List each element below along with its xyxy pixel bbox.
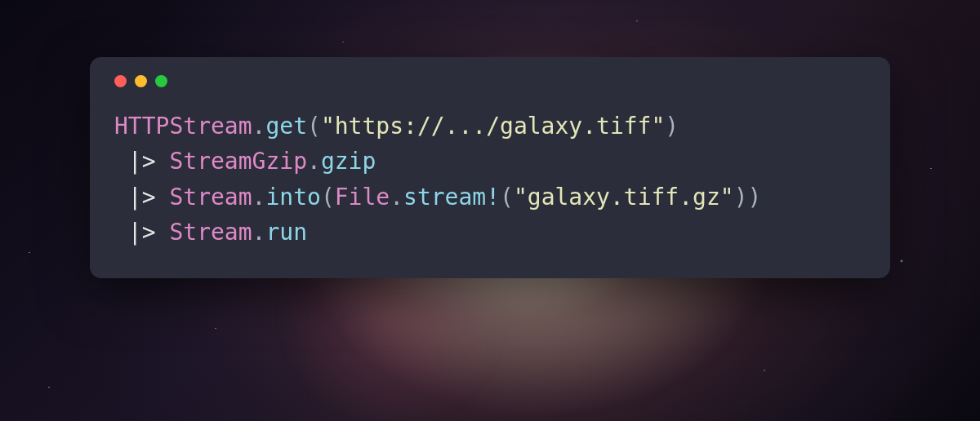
token-pipe: |> xyxy=(114,148,169,175)
token-module: Stream xyxy=(169,184,252,210)
token-pipe: |> xyxy=(114,184,169,210)
token-bang: ! xyxy=(486,184,500,210)
token-method: gzip xyxy=(321,148,376,175)
code-block: HTTPStream.get("https://.../galaxy.tiff"… xyxy=(114,109,866,250)
code-line-3: |> Stream.into(File.stream!("galaxy.tiff… xyxy=(114,184,761,210)
token-dot: . xyxy=(307,148,321,175)
token-paren: ) xyxy=(734,184,748,210)
token-dot: . xyxy=(252,184,266,210)
token-method: stream xyxy=(403,184,486,210)
code-line-1: HTTPStream.get("https://.../galaxy.tiff"… xyxy=(114,113,679,140)
token-paren: ) xyxy=(748,184,762,210)
token-pipe: |> xyxy=(114,219,169,246)
maximize-icon[interactable] xyxy=(155,75,167,87)
token-module: File xyxy=(335,184,390,210)
token-dot: . xyxy=(252,113,266,140)
token-method: get xyxy=(265,113,307,140)
window-titlebar xyxy=(114,75,866,87)
token-method: into xyxy=(265,184,320,210)
token-paren: ) xyxy=(665,113,679,140)
token-paren: ( xyxy=(321,184,335,210)
token-dot: . xyxy=(390,184,403,210)
code-line-2: |> StreamGzip.gzip xyxy=(114,148,376,175)
token-dot: . xyxy=(252,219,266,246)
token-paren: ( xyxy=(307,113,321,140)
code-line-4: |> Stream.run xyxy=(114,219,307,246)
token-module: HTTPStream xyxy=(114,113,252,140)
token-module: Stream xyxy=(169,219,252,246)
token-module: StreamGzip xyxy=(169,148,307,175)
token-string: "galaxy.tiff.gz" xyxy=(514,184,734,210)
token-method: run xyxy=(265,219,307,246)
minimize-icon[interactable] xyxy=(135,75,147,87)
code-window: HTTPStream.get("https://.../galaxy.tiff"… xyxy=(90,57,890,278)
token-paren: ( xyxy=(500,184,514,210)
close-icon[interactable] xyxy=(114,75,127,87)
token-string: "https://.../galaxy.tiff" xyxy=(321,113,665,140)
